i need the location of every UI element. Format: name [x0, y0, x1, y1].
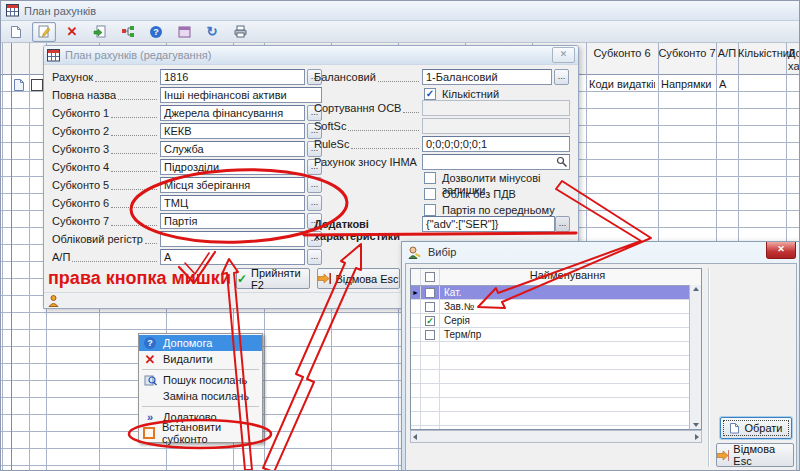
choice-row-seria[interactable]: ✓ Серія [411, 314, 701, 328]
scroll-up-arrow[interactable] [690, 287, 701, 291]
choice-row-zav[interactable]: Зав.№ [411, 300, 701, 314]
balance-type-field[interactable]: 1-Балансовий [422, 69, 552, 85]
subkonto1-field[interactable]: Джерела фінансування [160, 105, 305, 121]
field-label: Субконто 6 [52, 197, 158, 211]
choice-cancel-button[interactable]: Відмова Esc [716, 443, 794, 467]
help-button[interactable]: ? [144, 22, 168, 42]
no-vat-checkbox[interactable] [424, 188, 436, 200]
cell-ap[interactable]: А [719, 78, 735, 92]
name-column-header[interactable]: Найменування [440, 269, 701, 285]
full-name-field[interactable]: Інші нефінансові активи [160, 87, 322, 103]
panel-separator [708, 268, 709, 467]
quantity-checkbox[interactable]: ✓ [424, 88, 436, 100]
select-button[interactable]: Обрати [720, 417, 792, 439]
user-icon [48, 295, 59, 307]
col-header-subkonto7[interactable]: Субконто 7 [658, 47, 716, 59]
choice-titlebar[interactable]: Вибір [402, 242, 800, 262]
edit-titlebar[interactable]: План рахунків (редагування) ✕ [44, 46, 578, 65]
menu-item-set-subkonto[interactable]: Встановити субконто [139, 425, 262, 441]
extra-characteristics-field[interactable]: {"adv":["SER"]} [422, 216, 555, 232]
ap-lookup-button[interactable]: ... [307, 249, 322, 265]
person-key-icon [408, 246, 422, 259]
edit-close-button[interactable]: ✕ [552, 47, 575, 63]
col-header-kilkisnyi[interactable]: Кількістний [738, 47, 786, 59]
sort-osv-field[interactable] [422, 100, 570, 116]
menu-item-search-links[interactable]: Пошук посилань [139, 372, 262, 388]
field-label: Рахунок [52, 71, 158, 85]
ap-field[interactable]: А [160, 249, 305, 265]
choice-row-term[interactable]: Терм/пр [411, 328, 701, 342]
subkonto5-field[interactable]: Місця зберігання [160, 177, 305, 193]
row-checkbox[interactable] [31, 79, 43, 91]
edit-window-icon [47, 49, 60, 62]
delete-icon: ✕ [67, 25, 78, 38]
menu-item-help[interactable]: ? Допомога [139, 335, 262, 351]
subkonto4-field[interactable]: Підрозділи [160, 159, 305, 175]
allow-negative-checkbox[interactable] [424, 172, 436, 184]
register-field[interactable] [160, 231, 305, 247]
scroll-left-arrow[interactable] [413, 431, 417, 442]
col-header-subkonto6[interactable]: Субконто 6 [586, 47, 658, 59]
subkonto3-field[interactable]: Служба [160, 141, 305, 157]
menu-separator [142, 406, 259, 407]
magnifier-icon[interactable] [556, 156, 568, 168]
batch-average-checkbox[interactable] [424, 204, 436, 216]
accept-check-icon: ✓ [237, 272, 247, 286]
export-button[interactable] [88, 22, 112, 42]
cancel-arrow-icon [717, 450, 729, 461]
cancel-button[interactable]: Відмова Esc [317, 268, 400, 289]
window-button[interactable] [172, 22, 196, 42]
refresh-button[interactable]: ↻ [200, 22, 224, 42]
menu-item-delete[interactable]: ✕ Видалити [139, 351, 262, 367]
field-label: Субконто 1 [52, 107, 158, 121]
row-checkbox[interactable] [425, 288, 435, 298]
accept-button[interactable]: ✓ Прийняти F2 [236, 268, 310, 289]
choice-title: Вибір [428, 246, 456, 258]
export-icon [93, 25, 107, 38]
account-field[interactable]: 1816 [160, 69, 305, 85]
row-checkbox[interactable] [425, 330, 435, 340]
rulesc-field[interactable]: 0;0;0;0;0;0;1 [422, 136, 570, 152]
horizontal-scrollbar[interactable] [410, 430, 702, 443]
subkonto5-lookup-button[interactable]: ... [307, 177, 322, 193]
vertical-scrollbar[interactable] [689, 285, 701, 429]
context-menu: ? Допомога ✕ Видалити Пошук посилань Зам… [138, 333, 263, 443]
cell-subkonto6[interactable]: Коди видатків [589, 78, 655, 92]
cell-subkonto7[interactable]: Напрямки викор [661, 78, 714, 92]
menu-item-replace-links[interactable]: Заміна посилань [139, 388, 262, 404]
choice-dialog: Вибір ✕ Найменування ► Кат. Зав.№ ✓ [401, 241, 800, 471]
subkonto7-field[interactable]: Партія [160, 213, 305, 229]
menu-separator [142, 369, 259, 370]
balance-lookup-button[interactable]: ... [554, 69, 569, 85]
main-titlebar[interactable]: План рахунків [1, 1, 800, 21]
field-label: Субконто 2 [52, 125, 158, 139]
choice-row-kat[interactable]: ► Кат. [411, 286, 701, 300]
col-header-ap[interactable]: А/П [716, 47, 738, 59]
col-header-dod-har[interactable]: Додаткові характеристики [788, 47, 800, 73]
choice-list: Найменування ► Кат. Зав.№ ✓ Серія Терм/п… [410, 268, 702, 430]
help-icon: ? [144, 337, 156, 349]
toolbar: ✕ ? ↻ [1, 21, 800, 43]
structure-button[interactable] [116, 22, 140, 42]
select-all-checkbox[interactable] [425, 272, 435, 282]
softsc-field[interactable] [422, 118, 570, 134]
row-checkbox-checked[interactable]: ✓ [425, 316, 435, 326]
delete-icon: ✕ [145, 353, 156, 366]
field-label: Балансовий [314, 71, 420, 85]
edit-record-button[interactable] [32, 22, 56, 42]
main-title: План рахунків [24, 5, 96, 17]
new-document-button[interactable] [4, 22, 28, 42]
wear-account-field[interactable] [422, 154, 570, 170]
scroll-down-arrow[interactable] [690, 423, 701, 427]
extra-characteristics-button[interactable]: ... [555, 216, 570, 232]
choice-close-button[interactable]: ✕ [766, 242, 796, 259]
subkonto6-field[interactable]: ТМЦ [160, 195, 305, 211]
edit-window-title: План рахунків (редагування) [65, 49, 211, 61]
scroll-right-arrow[interactable] [695, 431, 699, 442]
subkonto6-lookup-button[interactable]: ... [307, 195, 322, 211]
row-checkbox[interactable] [425, 302, 435, 312]
print-button[interactable] [228, 22, 252, 42]
delete-record-button[interactable]: ✕ [60, 22, 84, 42]
field-label: Субконто 4 [52, 161, 158, 175]
subkonto2-field[interactable]: КЕКВ [160, 123, 305, 139]
